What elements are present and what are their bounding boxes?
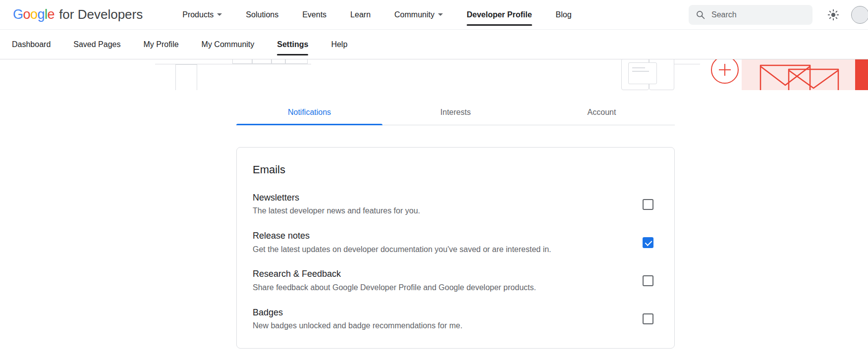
nav-products-label: Products (182, 10, 214, 19)
pref-description: The latest developer news and features f… (253, 206, 628, 216)
subnav-my-profile[interactable]: My Profile (143, 30, 178, 59)
decorative-box (175, 64, 197, 90)
nav-developer-profile-label: Developer Profile (467, 10, 532, 19)
banner-illustration (0, 59, 868, 90)
subnav-settings-label: Settings (277, 40, 308, 49)
primary-nav: Products Solutions Events Learn Communit… (182, 0, 571, 29)
emails-card: Emails Newsletters The latest developer … (236, 147, 675, 349)
card-title: Emails (253, 163, 658, 176)
nav-blog-label: Blog (556, 10, 572, 19)
badges-checkbox[interactable] (643, 313, 653, 324)
nav-learn[interactable]: Learn (350, 0, 371, 29)
tab-notifications[interactable]: Notifications (236, 101, 382, 125)
search-input[interactable] (711, 10, 801, 19)
pref-description: Get the latest updates on developer docu… (253, 245, 628, 255)
google-logo: Google (13, 7, 54, 22)
nav-solutions[interactable]: Solutions (246, 0, 278, 29)
tab-interests-label: Interests (440, 108, 471, 116)
subnav-help-label: Help (331, 40, 347, 49)
chevron-down-icon (217, 13, 222, 16)
research-feedback-checkbox[interactable] (643, 275, 653, 286)
nav-solutions-label: Solutions (246, 10, 278, 19)
decorative-red-stripe (855, 59, 868, 90)
settings-tab-bar: Notifications Interests Account (236, 101, 675, 125)
pref-text: Newsletters The latest developer news an… (253, 192, 643, 216)
secondary-nav: Dashboard Saved Pages My Profile My Comm… (0, 30, 868, 59)
decorative-line (632, 67, 645, 68)
pref-description: Share feedback about Google Developer Pr… (253, 283, 628, 293)
nav-community[interactable]: Community (394, 0, 443, 29)
nav-learn-label: Learn (350, 10, 371, 19)
logo[interactable]: Google for Developers (13, 7, 143, 22)
nav-developer-profile[interactable]: Developer Profile (467, 0, 532, 29)
brightness-toggle-button[interactable] (827, 9, 839, 21)
subnav-saved-pages[interactable]: Saved Pages (73, 30, 120, 59)
envelope-illustration (742, 59, 855, 90)
decorative-document-icon (628, 62, 657, 84)
subnav-my-community[interactable]: My Community (202, 30, 255, 59)
nav-blog[interactable]: Blog (556, 0, 572, 29)
subnav-my-profile-label: My Profile (143, 40, 178, 49)
nav-products[interactable]: Products (182, 0, 222, 29)
brightness-icon (827, 9, 839, 21)
decorative-box (271, 59, 285, 64)
pref-text: Release notes Get the latest updates on … (253, 230, 643, 255)
search-box[interactable] (689, 5, 813, 25)
pref-row-badges: Badges New badges unlocked and badge rec… (253, 307, 658, 331)
subnav-my-community-label: My Community (202, 40, 255, 49)
pref-row-research-feedback: Research & Feedback Share feedback about… (253, 268, 658, 293)
newsletters-checkbox[interactable] (643, 199, 653, 210)
tab-account-label: Account (588, 108, 616, 116)
tab-account[interactable]: Account (529, 101, 675, 125)
envelopes-icon (742, 59, 855, 90)
nav-community-label: Community (394, 10, 434, 19)
subnav-help[interactable]: Help (331, 30, 347, 59)
pref-label: Release notes (253, 230, 628, 242)
release-notes-checkbox[interactable] (643, 237, 653, 248)
pref-row-release-notes: Release notes Get the latest updates on … (253, 230, 658, 255)
pref-label: Newsletters (253, 192, 628, 204)
decorative-box (285, 59, 308, 64)
decorative-box (252, 59, 271, 64)
pref-label: Badges (253, 307, 628, 318)
tab-notifications-label: Notifications (288, 108, 331, 116)
subnav-saved-pages-label: Saved Pages (73, 40, 120, 49)
subnav-dashboard[interactable]: Dashboard (12, 30, 51, 59)
pref-text: Badges New badges unlocked and badge rec… (253, 307, 643, 331)
top-header: Google for Developers Products Solutions… (0, 0, 868, 30)
tab-interests[interactable]: Interests (382, 101, 529, 125)
add-circle-icon (711, 59, 739, 84)
decorative-line (674, 64, 700, 64)
decorative-box (232, 59, 252, 64)
pref-description: New badges unlocked and badge recommenda… (253, 321, 628, 331)
subnav-settings[interactable]: Settings (277, 30, 308, 59)
settings-content: Notifications Interests Account Emails N… (236, 101, 675, 349)
avatar[interactable] (851, 6, 868, 24)
nav-events[interactable]: Events (302, 0, 326, 29)
search-icon (696, 10, 705, 20)
pref-text: Research & Feedback Share feedback about… (253, 268, 643, 293)
header-actions (689, 5, 855, 25)
logo-suffix: for Developers (59, 7, 143, 22)
pref-label: Research & Feedback (253, 268, 628, 280)
nav-events-label: Events (302, 10, 326, 19)
chevron-down-icon (438, 13, 443, 16)
decorative-line (632, 71, 649, 72)
pref-row-newsletters: Newsletters The latest developer news an… (253, 192, 658, 216)
subnav-dashboard-label: Dashboard (12, 40, 51, 49)
page: Google for Developers Products Solutions… (0, 0, 868, 349)
